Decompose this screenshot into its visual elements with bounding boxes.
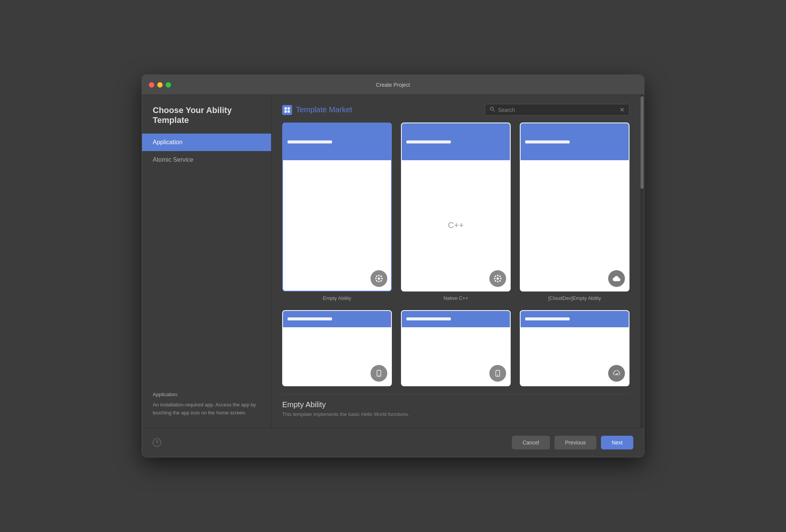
badge-clouddev <box>608 270 625 287</box>
selected-template-name: Empty Ability <box>282 400 629 409</box>
sidebar-heading: Choose Your Ability Template <box>142 105 271 134</box>
badge-5 <box>489 365 506 382</box>
svg-point-4 <box>490 107 494 110</box>
svg-point-19 <box>500 278 502 279</box>
cancel-button[interactable]: Cancel <box>512 436 550 449</box>
sidebar-item-atomic-service[interactable]: Atomic Service <box>142 151 271 169</box>
template-name-empty-ability: Empty Ability <box>323 295 351 301</box>
template-card-clouddev[interactable]: [CloudDev]Empty Ability <box>520 123 629 301</box>
search-input[interactable] <box>498 107 617 113</box>
svg-point-12 <box>380 280 382 282</box>
badge-4 <box>371 365 387 382</box>
svg-point-18 <box>494 278 495 279</box>
template-preview-native-cpp: C++ <box>401 123 511 291</box>
svg-rect-1 <box>288 107 290 110</box>
search-clear-icon[interactable]: ✕ <box>620 107 625 113</box>
template-name-clouddev: [CloudDev]Empty Ability <box>548 295 601 301</box>
templates-grid: Empty Ability C++ <box>282 123 629 386</box>
title-bar: Create Project <box>142 75 644 95</box>
window-title: Create Project <box>376 82 410 88</box>
main-content: Choose Your Ability Template Application… <box>142 95 644 427</box>
svg-point-7 <box>378 275 380 276</box>
footer-actions: Cancel Previous Next <box>512 436 633 449</box>
svg-point-8 <box>378 281 380 282</box>
selected-template-info: Empty Ability This template implements t… <box>282 394 629 420</box>
content-wrapper: Template Market ✕ <box>272 95 644 427</box>
svg-point-10 <box>381 278 383 279</box>
cpp-label: C++ <box>448 220 464 230</box>
scrollbar-thumb[interactable] <box>641 96 644 188</box>
svg-point-16 <box>497 275 498 276</box>
maximize-button[interactable] <box>166 82 171 88</box>
template-preview-clouddev <box>520 123 629 291</box>
traffic-lights <box>149 82 171 88</box>
template-name-native-cpp: Native C++ <box>443 295 468 301</box>
grid-icon <box>284 107 290 113</box>
template-market-title: Template Market <box>282 105 352 115</box>
previous-button[interactable]: Previous <box>554 436 596 449</box>
template-card-5[interactable] <box>401 310 511 386</box>
footer: ? Cancel Previous Next <box>142 428 644 457</box>
svg-rect-0 <box>284 107 287 110</box>
template-card-4[interactable] <box>282 310 392 386</box>
template-preview-5 <box>401 310 511 386</box>
svg-point-6 <box>378 277 380 280</box>
svg-point-13 <box>380 276 382 277</box>
sidebar-description-text: An installation-required app. Access the… <box>153 401 260 417</box>
badge-empty-ability <box>371 270 387 287</box>
template-preview-6 <box>520 310 629 386</box>
sidebar: Choose Your Ability Template Application… <box>142 95 272 427</box>
template-market-icon <box>282 105 292 115</box>
template-header: Template Market ✕ <box>272 95 640 123</box>
badge-6 <box>608 365 625 382</box>
minimize-button[interactable] <box>157 82 163 88</box>
main-window: Create Project Choose Your Ability Templ… <box>142 75 644 457</box>
sidebar-description: Application: An installation-required ap… <box>142 380 271 427</box>
help-icon[interactable]: ? <box>153 438 161 447</box>
template-card-6[interactable] <box>520 310 629 386</box>
search-icon <box>490 107 495 113</box>
template-card-native-cpp[interactable]: C++ <box>401 123 511 301</box>
next-button[interactable]: Next <box>601 436 633 449</box>
scrollbar-track[interactable] <box>640 95 644 427</box>
template-preview-empty-ability <box>282 123 392 291</box>
svg-point-22 <box>499 276 501 277</box>
svg-point-23 <box>495 280 496 282</box>
svg-point-14 <box>376 280 377 282</box>
svg-point-20 <box>495 276 496 277</box>
close-button[interactable] <box>149 82 154 88</box>
svg-point-11 <box>376 276 377 277</box>
template-preview-4 <box>282 310 392 386</box>
templates-container: Empty Ability C++ <box>272 123 640 427</box>
footer-help[interactable]: ? <box>153 438 161 447</box>
svg-rect-2 <box>284 110 287 113</box>
template-card-empty-ability[interactable]: Empty Ability <box>282 123 392 301</box>
svg-point-9 <box>375 278 377 279</box>
badge-native-cpp <box>489 270 506 287</box>
svg-point-15 <box>497 277 499 280</box>
sidebar-item-application[interactable]: Application <box>142 134 271 151</box>
sidebar-description-title: Application: <box>153 391 260 399</box>
svg-point-17 <box>497 281 498 282</box>
svg-point-21 <box>499 280 501 282</box>
selected-template-desc: This template implements the basic Hello… <box>282 411 629 417</box>
svg-rect-3 <box>288 110 290 113</box>
content-area: Template Market ✕ <box>272 95 640 427</box>
svg-line-5 <box>493 110 495 111</box>
search-box[interactable]: ✕ <box>485 104 629 116</box>
